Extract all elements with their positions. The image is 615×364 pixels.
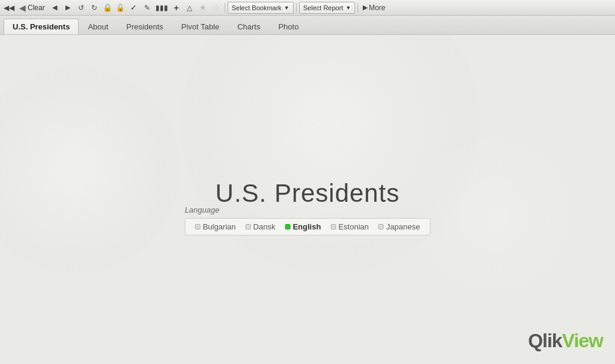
tab-bar: U.S. Presidents About Presidents Pivot T…	[0, 16, 615, 35]
main-content: U.S. Presidents Language Bulgarian Dansk…	[0, 35, 615, 364]
tab-us-presidents-label: U.S. Presidents	[13, 22, 70, 31]
report-dropdown-arrow: ▼	[345, 5, 351, 11]
bookmark-add-button[interactable]: ☆	[210, 2, 222, 14]
page-title: U.S. Presidents	[216, 179, 400, 208]
language-bulgarian[interactable]: Bulgarian	[190, 221, 241, 232]
bulgarian-label: Bulgarian	[203, 222, 236, 231]
back-button[interactable]: ◀	[49, 2, 61, 14]
clear-label: Clear	[28, 4, 45, 12]
tab-about-label: About	[88, 22, 108, 31]
select-report-dropdown[interactable]: Select Report ▼	[299, 2, 356, 14]
undo-icon: ↺	[78, 4, 84, 12]
qlik-text: Qlik	[528, 330, 562, 351]
toolbar: ◀◀ ◀ Clear ◀ ▶ ↺ ↻ 🔒 🔓 ✓ ✎ ▮▮▮ + △	[0, 0, 615, 16]
tab-photo[interactable]: Photo	[269, 19, 308, 34]
back-start-icon: ◀◀	[4, 4, 14, 12]
chart-icon: ▮▮▮	[156, 4, 168, 12]
tab-pivot-table[interactable]: Pivot Table	[172, 19, 228, 34]
select-bookmark-label: Select Bookmark	[232, 4, 282, 11]
tab-presidents[interactable]: Presidents	[117, 19, 172, 34]
qlikview-logo: QlikView	[528, 330, 603, 352]
toolbar-divider-3	[357, 3, 358, 13]
undo-button[interactable]: ↺	[75, 2, 87, 14]
bookmark-dropdown-arrow: ▼	[284, 5, 289, 11]
tab-about[interactable]: About	[79, 19, 117, 34]
dansk-dot	[246, 224, 251, 229]
language-options: Bulgarian Dansk English Estonian Japanes…	[185, 218, 431, 235]
favorites-button[interactable]: ★	[197, 2, 209, 14]
back-icon: ◀	[52, 4, 57, 11]
lock-icon: 🔒	[103, 3, 112, 12]
pencil-icon: ✎	[144, 4, 150, 12]
check-circle-icon: ✓	[130, 3, 137, 12]
language-section: Language Bulgarian Dansk English Estonia…	[185, 205, 431, 235]
english-label: English	[292, 222, 321, 231]
estonian-dot	[330, 224, 336, 229]
lock-button[interactable]: 🔒	[101, 2, 114, 14]
tab-pivot-table-label: Pivot Table	[181, 22, 219, 31]
more-button[interactable]: ▶ More	[360, 2, 387, 14]
language-japanese[interactable]: Japanese	[374, 221, 425, 232]
select-bookmark-dropdown[interactable]: Select Bookmark ▼	[228, 2, 294, 14]
plus-icon: +	[174, 3, 179, 13]
tab-us-presidents[interactable]: U.S. Presidents	[4, 19, 79, 34]
japanese-dot	[378, 224, 384, 229]
more-icon: ▶	[363, 4, 368, 11]
redo-button[interactable]: ↻	[88, 2, 100, 14]
tab-charts-label: Charts	[237, 22, 260, 31]
toolbar-divider-1	[225, 3, 225, 13]
forward-button[interactable]: ▶	[62, 2, 74, 14]
tab-charts[interactable]: Charts	[228, 19, 269, 34]
dansk-label: Dansk	[253, 222, 276, 231]
tab-photo-label: Photo	[278, 22, 298, 31]
english-dot	[285, 224, 290, 229]
edit-button[interactable]: ✎	[141, 2, 153, 14]
estonian-label: Estonian	[338, 222, 369, 231]
star-outline-icon: ☆	[213, 3, 220, 12]
chart-button[interactable]: ▮▮▮	[154, 2, 169, 14]
redo-icon: ↻	[91, 4, 97, 12]
select-possible-button[interactable]: ✓	[128, 2, 140, 14]
language-english[interactable]: English	[280, 221, 326, 232]
add-button[interactable]: +	[171, 2, 183, 14]
tab-presidents-label: Presidents	[126, 22, 163, 31]
clear-icon: ◀	[19, 3, 26, 13]
back-to-start-button[interactable]: ◀◀	[2, 2, 16, 14]
language-dansk[interactable]: Dansk	[241, 221, 280, 232]
arrow-icon: △	[187, 4, 192, 12]
toolbar-divider-2	[296, 3, 297, 13]
clear-button[interactable]: ◀ Clear	[17, 2, 47, 14]
unlock-icon: 🔓	[116, 4, 125, 12]
star-filled-icon: ★	[199, 3, 207, 12]
view-text: View	[562, 330, 603, 351]
more-label: More	[369, 4, 385, 12]
unlock-button[interactable]: 🔓	[115, 2, 127, 14]
bulgarian-dot	[195, 224, 201, 229]
japanese-label: Japanese	[386, 222, 420, 231]
select-report-label: Select Report	[303, 4, 344, 11]
language-label: Language	[185, 205, 431, 214]
forward-icon: ▶	[65, 4, 70, 11]
language-estonian[interactable]: Estonian	[326, 221, 374, 232]
pointer-button[interactable]: △	[184, 2, 196, 14]
